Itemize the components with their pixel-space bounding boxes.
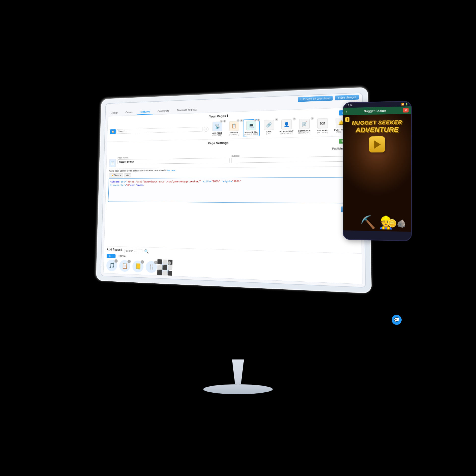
see-changes-button[interactable]: ↻ See changes — [335, 95, 359, 100]
game-title-line2: ADVENTURE — [352, 125, 402, 134]
ctrl-delete-nugget[interactable]: ✕ — [254, 119, 257, 122]
ctrl-delete-account[interactable]: ✕ — [293, 118, 296, 120]
add-icon-restaurant[interactable]: i 🍴 — [146, 261, 157, 274]
ctrl-delete-commerce[interactable]: ✕ — [311, 117, 314, 120]
page-icon-survey: 📋 — [229, 121, 239, 131]
phone-signal: 📶 🔋 — [401, 103, 408, 106]
code-border-box: <iframe src="https://swiftspeedappcreato… — [108, 177, 357, 203]
page-item-account[interactable]: ✕ 👤 MY ACCOUNT (MY ACCOUNT) — [278, 119, 295, 135]
subtitle-input[interactable] — [231, 156, 357, 163]
page-icon-preview: 📄 — [109, 159, 116, 167]
page-item-nugget[interactable]: ✕ ✥ 💻 NUGGET SE... (SOURCE CODE) — [243, 119, 260, 136]
source-icon: 📝 — [111, 174, 114, 177]
add-icon-notes[interactable]: i 📋 — [119, 260, 130, 273]
page-type-link: (LINK) — [266, 133, 271, 135]
monitor-wrapper: ↻ Preview on your phone ↻ See changes De… — [89, 92, 387, 364]
info-badge-notes: i — [127, 260, 131, 263]
page-item-setmeal[interactable]: 🍽 SET MEAL (SET MEAL) — [314, 117, 331, 134]
info-icon-game: ℹ — [345, 117, 350, 122]
ctrl-delete-rss[interactable]: ✕ — [220, 120, 223, 123]
filter-all[interactable]: ALL — [107, 254, 116, 258]
game-title-container: NUGGET SEEKER ADVENTURE — [352, 119, 402, 134]
code-content: <iframe src="https://swiftspeedappcreato… — [110, 179, 355, 187]
search-icon: 🔍 — [144, 249, 149, 254]
filter-social[interactable]: SOCIAL — [116, 254, 129, 259]
page-name-input[interactable] — [118, 158, 230, 164]
tab-download[interactable]: Download Your App — [174, 107, 201, 114]
page-icon-setmeal: 🍽 — [317, 118, 328, 129]
page-item-commerce[interactable]: ✕ 🛒 COMMERCE (COMMERCE) — [296, 118, 313, 135]
add-icon-music[interactable]: i 🎵 — [106, 260, 117, 272]
page-item-rss[interactable]: ✕ ✥ 📡 RSS FEED (RSS FEED) — [209, 121, 225, 137]
preview-button[interactable]: ↻ Preview on your phone — [298, 96, 333, 102]
tab-customize[interactable]: Customize — [154, 108, 173, 114]
ctrl-delete-link[interactable]: ✕ — [275, 118, 278, 121]
carousel-left-arrow[interactable]: ‹ — [204, 127, 208, 132]
page-icon-rss: 📡 — [212, 121, 222, 131]
monitor-stand-neck — [228, 359, 248, 384]
chat-bubble-widget[interactable]: 💬 — [392, 315, 402, 325]
phone-time: 13:14 — [346, 104, 352, 107]
page-icon-nugget: 💻 — [246, 120, 256, 131]
form-row-name: Page name: Subtitle: — [118, 153, 357, 164]
cave-background: ℹ NUGGET SEEKER ADVENTURE ⛏️ 👷 🪙🪨 — [343, 114, 411, 232]
tab-design[interactable]: Design — [108, 110, 121, 116]
info-badge-addressbook: i — [141, 260, 144, 264]
add-pages-search[interactable] — [124, 249, 143, 253]
add-icon-addressbook[interactable]: i 📒 — [132, 260, 144, 273]
see-here-link[interactable]: See Here. — [166, 169, 176, 172]
phone-close-button[interactable]: ✕ — [403, 108, 409, 113]
phone-game-area: ℹ NUGGET SEEKER ADVENTURE ⛏️ 👷 🪙🪨 — [343, 114, 411, 232]
page-settings-section: Page Settings EXPORT Published 📄 — [105, 136, 361, 207]
game-title-line1: NUGGET SEEKER — [352, 119, 402, 126]
page-icon-link: 🔗 — [264, 120, 274, 130]
miner-1: ⛏️ — [360, 216, 376, 229]
page-type-commerce: (COMMERCE) — [298, 132, 310, 134]
page-controls-commerce: ✕ — [311, 117, 314, 120]
home-icon-button[interactable]: 🏠 — [110, 129, 116, 134]
add-pages-title: Add Pages ℹ — [107, 248, 123, 251]
gold-nuggets: 🪙🪨 — [387, 219, 406, 228]
info-badge-qrcode: i — [168, 261, 171, 265]
chat-bubble-icon: 💬 — [394, 317, 399, 323]
content-area: Your Pages ℹ IMPORT 🏠 ‹ ✕ ✥ — [103, 107, 362, 284]
ctrl-move-rss[interactable]: ✥ — [223, 120, 226, 123]
phone-app-title: Nugget Seaker — [349, 108, 401, 113]
phone-mockup: 13:14 📶 🔋 ‹ Nugget Seaker ✕ ℹ NUGGET SEE… — [343, 101, 412, 241]
miners-area: ⛏️ 👷 🪙🪨 — [343, 216, 411, 229]
phone-back-button[interactable]: ‹ — [346, 109, 347, 114]
code-line2: frameborder="0"></iframe> — [110, 183, 355, 187]
page-icon-commerce: 🛒 — [299, 119, 309, 129]
form-group-subtitle: Subtitle: — [231, 153, 357, 163]
source-button[interactable]: 📝 Source — [109, 173, 123, 177]
monitor-shell: ↻ Preview on your phone ↻ See changes De… — [96, 87, 372, 293]
play-button[interactable] — [369, 136, 385, 153]
page-item-link[interactable]: ✕ 🔗 LINK (LINK) — [261, 119, 277, 136]
page-controls-rss: ✕ ✥ — [220, 120, 226, 123]
page-icon-account: 👤 — [281, 119, 292, 129]
page-controls-nugget: ✕ ✥ — [254, 119, 260, 122]
add-pages-section: Add Pages ℹ 🔍 ALL SOCIAL i 🎵 — [103, 246, 362, 284]
add-icon-qrcode[interactable]: i ⬛⬜⬛⬜⬛⬜⬛⬜⬛ — [159, 261, 171, 274]
ctrl-delete-survey[interactable]: ✕ — [237, 119, 239, 122]
monitor-stand-base — [203, 384, 273, 394]
ctrl-move-survey[interactable]: ✥ — [240, 119, 243, 122]
source-toolbar: 📝 Source </> — [109, 172, 357, 177]
top-bar: ↻ Preview on your phone ↻ See changes — [295, 93, 362, 104]
ctrl-move-nugget[interactable]: ✥ — [257, 119, 260, 121]
play-triangle-icon — [374, 140, 381, 148]
page-controls-link: ✕ — [275, 118, 278, 121]
form-group-name: Page name: — [118, 155, 230, 164]
page-item-survey[interactable]: ✕ ✥ 📋 SURVEY (FORM YYZ) — [226, 120, 242, 137]
code-toggle-button[interactable]: </> — [124, 173, 131, 177]
monitor-screen: ↻ Preview on your phone ↻ See changes De… — [100, 92, 366, 288]
pages-search-input[interactable] — [117, 127, 203, 134]
tab-colors[interactable]: Colors — [122, 110, 136, 116]
tab-features[interactable]: Features — [137, 109, 153, 115]
page-type-rss: (RSS FEED) — [212, 134, 222, 136]
page-type-setmeal: (SET MEAL) — [317, 131, 328, 133]
page-type-nugget: (SOURCE CODE) — [244, 133, 258, 135]
page-type-survey: (FORM YYZ) — [229, 134, 239, 136]
info-badge-music: i — [115, 259, 118, 263]
page-controls-survey: ✕ ✥ — [237, 119, 243, 122]
